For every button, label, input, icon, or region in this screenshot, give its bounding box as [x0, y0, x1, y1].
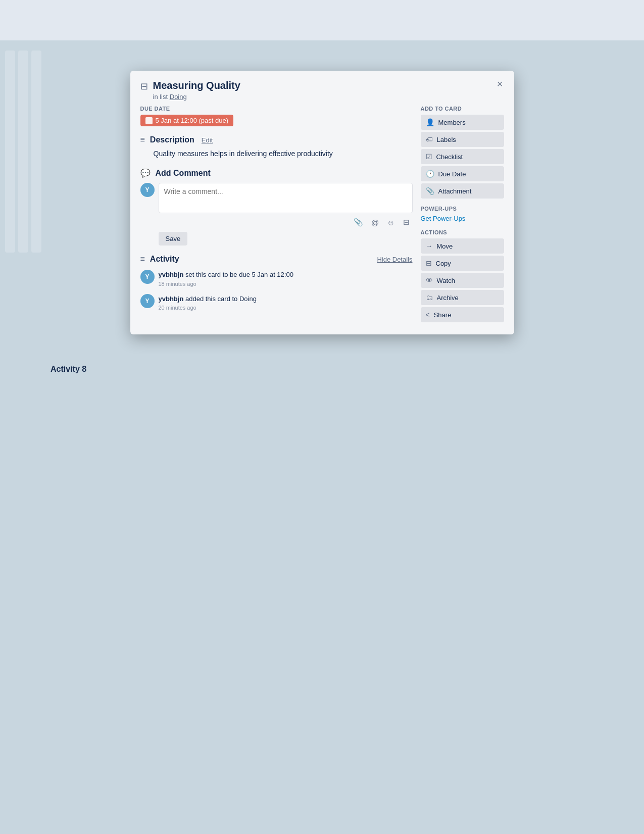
activity-user-2: yvbhbjn — [159, 295, 184, 303]
attachment-label: Attachment — [438, 187, 472, 195]
comment-box: 📎 @ ☺ ⊟ Save — [159, 183, 413, 246]
card-subtitle: in list Doing — [153, 93, 240, 101]
comment-icon: 💬 — [140, 168, 151, 178]
share-icon: < — [426, 311, 430, 319]
description-title: Description — [150, 135, 194, 144]
page-caption: Activity 8 — [51, 365, 86, 374]
copy-label: Copy — [436, 260, 451, 267]
caption-text: Activity 8 — [51, 365, 86, 373]
due-date-btn-label: Due Date — [438, 170, 466, 178]
list-link[interactable]: Doing — [170, 93, 187, 101]
due-date-value: 5 Jan at 12:00 (past due) — [156, 117, 229, 124]
copy-button[interactable]: ⊟ Copy — [421, 256, 504, 271]
add-to-card-label: ADD TO CARD — [421, 106, 504, 112]
comment-input-area: Y 📎 @ ☺ ⊟ Save — [140, 183, 413, 246]
activity-section: ≡ Activity Hide Details Y yvbhbjn set th… — [140, 255, 413, 311]
activity-action-1: set this card to be due 5 Jan at 12:00 — [185, 271, 293, 278]
watch-button[interactable]: 👁 Watch — [421, 273, 504, 288]
copy-icon: ⊟ — [426, 259, 432, 267]
move-label: Move — [437, 242, 453, 250]
activity-header: ≡ Activity Hide Details — [140, 255, 413, 264]
comment-section: 💬 Add Comment Y 📎 @ ☺ ⊟ — [140, 168, 413, 246]
share-label: Share — [434, 311, 452, 319]
archive-icon: 🗂 — [426, 293, 433, 302]
description-text: Quality measures helps in delivering eff… — [154, 149, 413, 159]
move-button[interactable]: → Move — [421, 238, 504, 254]
activity-content-1: yvbhbjn set this card to be due 5 Jan at… — [159, 270, 293, 287]
card-modal: × ⊟ Measuring Quality in list Doing DUE … — [130, 71, 514, 334]
watch-label: Watch — [437, 277, 455, 284]
emoji-icon-btn[interactable]: ☺ — [385, 217, 397, 228]
move-icon: → — [426, 242, 433, 250]
activity-title: Activity — [150, 255, 179, 264]
calendar-icon — [145, 117, 153, 124]
checklist-icon: ☑ — [426, 153, 432, 161]
close-button[interactable]: × — [493, 77, 507, 91]
modal-body: DUE DATE 5 Jan at 12:00 (past due) ≡ Des… — [140, 106, 504, 324]
activity-time-1: 18 minutes ago — [159, 281, 293, 287]
mention-icon-btn[interactable]: @ — [369, 217, 381, 228]
activity-time-2: 20 minutes ago — [159, 305, 257, 311]
due-date-button[interactable]: 🕐 Due Date — [421, 166, 504, 181]
attachment-icon: 📎 — [426, 187, 434, 195]
labels-button[interactable]: 🏷 Labels — [421, 132, 504, 147]
activity-text-1: yvbhbjn set this card to be due 5 Jan at… — [159, 270, 293, 280]
activity-item-2: Y yvbhbjn added this card to Doing 20 mi… — [140, 294, 413, 311]
members-button[interactable]: 👤 Members — [421, 115, 504, 130]
members-label: Members — [438, 119, 466, 126]
due-date-badge[interactable]: 5 Jan at 12:00 (past due) — [140, 115, 234, 126]
activity-content-2: yvbhbjn added this card to Doing 20 minu… — [159, 294, 257, 311]
labels-label: Labels — [437, 136, 456, 143]
format-icon-btn[interactable]: ⊟ — [401, 217, 412, 228]
activity-action-2: added this card to Doing — [185, 295, 257, 303]
watch-icon: 👁 — [426, 276, 433, 284]
hide-details-link[interactable]: Hide Details — [377, 256, 412, 263]
description-edit-link[interactable]: Edit — [202, 136, 213, 144]
modal-main: DUE DATE 5 Jan at 12:00 (past due) ≡ Des… — [140, 106, 413, 324]
checklist-button[interactable]: ☑ Checklist — [421, 149, 504, 164]
members-icon: 👤 — [426, 118, 434, 126]
modal-sidebar: ADD TO CARD 👤 Members 🏷 Labels ☑ Checkli… — [421, 106, 504, 324]
labels-icon: 🏷 — [426, 135, 433, 143]
description-section: ≡ Description Edit Quality measures help… — [140, 135, 413, 159]
card-title: Measuring Quality — [153, 79, 240, 92]
card-icon: ⊟ — [140, 81, 148, 92]
share-button[interactable]: < Share — [421, 307, 504, 322]
archive-label: Archive — [437, 294, 459, 302]
header-text: Measuring Quality in list Doing — [153, 79, 240, 101]
activity-avatar-1: Y — [140, 270, 155, 284]
comment-title: Add Comment — [156, 169, 211, 178]
actions-label: ACTIONS — [421, 229, 504, 235]
modal-header: ⊟ Measuring Quality in list Doing — [140, 79, 504, 101]
archive-button[interactable]: 🗂 Archive — [421, 290, 504, 305]
attachment-button[interactable]: 📎 Attachment — [421, 183, 504, 199]
activity-user-1: yvbhbjn — [159, 271, 184, 278]
due-date-icon: 🕐 — [426, 170, 434, 178]
power-ups-label: POWER-UPS — [421, 206, 504, 212]
comment-textarea[interactable] — [159, 183, 413, 213]
description-header: ≡ Description Edit — [140, 135, 413, 144]
comment-header: 💬 Add Comment — [140, 168, 413, 178]
user-avatar: Y — [140, 183, 155, 197]
save-comment-button[interactable]: Save — [159, 232, 188, 246]
activity-item: Y yvbhbjn set this card to be due 5 Jan … — [140, 270, 413, 287]
activity-avatar-2: Y — [140, 294, 155, 308]
activity-text-2: yvbhbjn added this card to Doing — [159, 294, 257, 304]
description-icon: ≡ — [140, 135, 145, 144]
activity-icon: ≡ — [140, 255, 145, 264]
attach-icon-btn[interactable]: 📎 — [352, 217, 365, 228]
comment-toolbar: 📎 @ ☺ ⊟ — [159, 217, 413, 228]
activity-header-left: ≡ Activity — [140, 255, 179, 264]
board-columns-hint — [0, 40, 51, 834]
due-date-label: DUE DATE — [140, 106, 413, 112]
checklist-label: Checklist — [436, 153, 463, 161]
due-date-section: DUE DATE 5 Jan at 12:00 (past due) — [140, 106, 413, 126]
get-power-ups-link[interactable]: Get Power-Ups — [421, 215, 504, 222]
